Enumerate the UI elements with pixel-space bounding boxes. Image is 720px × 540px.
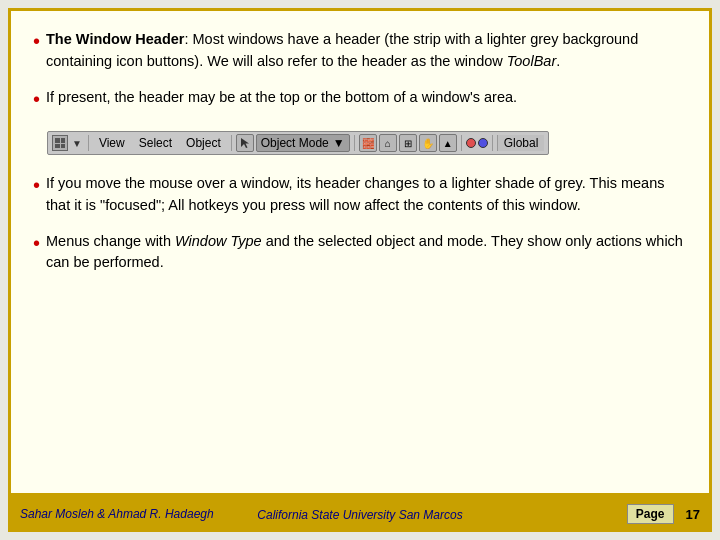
separator-3	[354, 135, 355, 151]
bullet-text-4: Menus change with Window Type and the se…	[46, 231, 687, 275]
mode-dropdown[interactable]: Object Mode ▼	[256, 134, 350, 152]
bullet-dot-2: •	[33, 87, 40, 111]
footer-left: Sahar Mosleh & Ahmad R. Hadaegh	[20, 507, 247, 521]
icon-btn-2[interactable]: ⌂	[379, 134, 397, 152]
footer-university: California State University San Marcos	[257, 508, 462, 522]
bullet-text-3: If you move the mouse over a window, its…	[46, 173, 687, 217]
bullet-dot-1: •	[33, 29, 40, 53]
icon-btn-3[interactable]: ⊞	[399, 134, 417, 152]
select-button[interactable]: Select	[133, 135, 178, 151]
italic-window-type: Window Type	[175, 233, 262, 249]
object-button[interactable]: Object	[180, 135, 227, 151]
bold-header: The Window Header	[46, 31, 184, 47]
svg-marker-0	[241, 138, 249, 148]
page-number: 17	[686, 507, 700, 522]
bullet-text-1: The Window Header: Most windows have a h…	[46, 29, 687, 73]
mode-arrow: ▼	[333, 136, 345, 150]
view-button[interactable]: View	[93, 135, 131, 151]
color-circle-blue	[478, 138, 488, 148]
bullet-2: • If present, the header may be at the t…	[33, 87, 687, 111]
bullet-dot-3: •	[33, 173, 40, 197]
global-label: Global	[497, 135, 545, 151]
page-label: Page	[627, 504, 674, 524]
footer-center: California State University San Marcos	[247, 505, 474, 523]
icon-btn-hand[interactable]: ✋	[419, 134, 437, 152]
footer-right: Page 17	[473, 504, 700, 524]
bullet-3: • If you move the mouse over a window, i…	[33, 173, 687, 217]
toolbar-section: ▼ View Select Object Object Mode ▼ 🧱 ⌂ ⊞…	[47, 129, 687, 156]
color-circle-red	[466, 138, 476, 148]
toolbar-bar: ▼ View Select Object Object Mode ▼ 🧱 ⌂ ⊞…	[47, 131, 549, 155]
bullet-4: • Menus change with Window Type and the …	[33, 231, 687, 275]
cursor-icon[interactable]	[236, 134, 254, 152]
separator-4	[461, 135, 462, 151]
separator-2	[231, 135, 232, 151]
grid-icon	[52, 135, 68, 151]
icon-btn-triangle[interactable]: ▲	[439, 134, 457, 152]
mode-label: Object Mode	[261, 136, 329, 150]
separator-1	[88, 135, 89, 151]
footer: Sahar Mosleh & Ahmad R. Hadaegh Californ…	[8, 496, 712, 532]
bullet-1: • The Window Header: Most windows have a…	[33, 29, 687, 73]
separator-5	[492, 135, 493, 151]
footer-author: Sahar Mosleh & Ahmad R. Hadaegh	[20, 507, 214, 521]
dropdown-arrow-1: ▼	[70, 138, 84, 149]
main-content: • The Window Header: Most windows have a…	[8, 8, 712, 496]
italic-toolbar: ToolBar	[507, 53, 556, 69]
icon-btn-1[interactable]: 🧱	[359, 134, 377, 152]
bullet-dot-4: •	[33, 231, 40, 255]
cursor-svg	[239, 137, 251, 149]
bullet-text-2: If present, the header may be at the top…	[46, 87, 687, 109]
